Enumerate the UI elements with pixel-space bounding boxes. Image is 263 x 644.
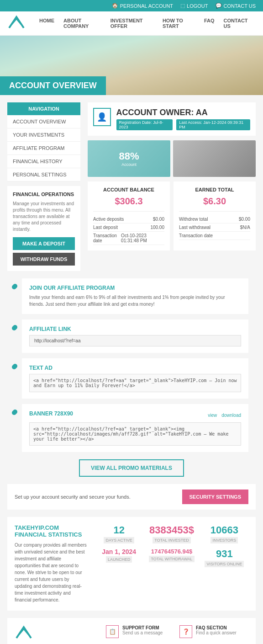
hero-banner: ACCOUNT OVERVIEW	[0, 36, 263, 95]
promo-image-1: 88% Account	[88, 140, 170, 177]
home-icon: 🏠	[112, 3, 118, 9]
earned-total-card: EARNED TOTAL $6.30 Withdrew total $0.00 …	[174, 181, 256, 250]
earned-detail-0: Withdrew total $0.00	[179, 215, 250, 224]
banner-code: <a href="http://localhost/?ref=aa" targe…	[29, 422, 241, 446]
text-ad-block: TEXT AD <a href="http://localhost/?ref=a…	[22, 358, 248, 399]
promo-image-2	[173, 140, 256, 177]
affiliate-link-section: AFFILIATE LINK http://localhost/?ref=aa	[15, 319, 248, 353]
earned-title: EARNED TOTAL	[179, 187, 250, 192]
affiliate-text: Invite your friends and earn 6% to 9% of…	[29, 294, 241, 308]
footer-left: Our knowledge in the security and smart …	[15, 625, 97, 644]
stat-days-active: 12 DAYS ACTIVE	[95, 524, 143, 543]
promo-images: 88% Account	[88, 140, 256, 177]
banner-download-link[interactable]: download	[221, 413, 241, 418]
contact-grid: 📋 SUPPORT FORM Send us a message ❓ FAQ S…	[106, 625, 248, 644]
main-nav: HOME ABOUT COMPANY INVESTMENT OFFER HOW …	[0, 11, 263, 36]
text-ad-title: TEXT AD	[29, 365, 241, 371]
promo-section: VIEW ALL PROMO MATERIALS	[7, 459, 256, 477]
affiliate-link-title: AFFILIATE LINK	[29, 326, 241, 332]
balance-row: ACCOUNT BALANCE $306.3 Active deposits $…	[88, 181, 256, 250]
stats-left: TAKEHYIP.COM FINANCIAL STATISTICS Our co…	[15, 524, 88, 603]
affiliate-block: JOIN OUR AFFILIATE PROGRAM Invite your f…	[22, 278, 248, 314]
reg-date-badge: Registration Date: Jul-8-2023	[116, 119, 173, 130]
financial-ops-title: FINANCIAL OPERATIONS	[13, 192, 75, 197]
faq-icon: ❓	[179, 625, 192, 638]
account-owner-info: ACCOUNT OWNER: AA Registration Date: Jul…	[116, 108, 250, 130]
nav-investment[interactable]: INVESTMENT OFFER	[106, 11, 158, 35]
stat-total-invested: 8383453$ TOTAL INVESTED	[147, 524, 195, 543]
view-promo-button[interactable]: VIEW ALL PROMO MATERIALS	[79, 459, 184, 477]
nav-contact[interactable]: CONTACT US	[219, 11, 256, 35]
sidebar-item-affiliate-program[interactable]: AFFILIATE PROGRAM	[7, 142, 80, 155]
sidebar-item-personal-settings[interactable]: PERSONAL SETTINGS	[7, 168, 80, 181]
stats-grid: 12 DAYS ACTIVE 8383453$ TOTAL INVESTED 1…	[95, 524, 248, 567]
contact-link[interactable]: 💬 CONTACT US	[216, 3, 256, 9]
stat-launched: Jan 1, 2024 LAUNCHED	[95, 548, 143, 567]
personal-account-link[interactable]: 🏠 PERSONAL ACCOUNT	[112, 3, 173, 9]
banner-block: BANNER 728X90 view download <a href="htt…	[22, 404, 248, 452]
sidebar-nav: ACCOUNT OVERVIEW YOUR INVESTMENTS AFFILI…	[7, 115, 80, 181]
nav-how-to-start[interactable]: HOW TO START	[158, 11, 200, 35]
affiliate-link-value[interactable]: http://localhost/?ref=aa	[29, 335, 241, 346]
balance-details: Active deposits $0.00 Last deposit 100.0…	[93, 211, 164, 245]
affiliate-link-block: AFFILIATE LINK http://localhost/?ref=aa	[22, 319, 248, 353]
earned-detail-2: Transaction date	[179, 232, 250, 240]
financial-operations: FINANCIAL OPERATIONS Manage your investm…	[7, 186, 80, 271]
contact-support: 📋 SUPPORT FORM Send us a message	[106, 625, 175, 644]
logo	[7, 15, 26, 32]
stat-visitors-online: 931 VISITORS ONLINE	[200, 548, 248, 567]
banner-links: view download	[208, 413, 241, 418]
earned-amount: $6.30	[179, 196, 250, 207]
security-text: Set up your account security and secure …	[15, 494, 131, 500]
stats-description: Our company provides all members with un…	[15, 542, 88, 603]
balance-title: ACCOUNT BALANCE	[93, 187, 164, 192]
footer-info: Our knowledge in the security and smart …	[7, 618, 256, 644]
banner-view-link[interactable]: view	[208, 413, 217, 418]
account-meta: Registration Date: Jul-8-2023 Last Acces…	[116, 119, 250, 130]
sidebar: NAVIGATION ACCOUNT OVERVIEW YOUR INVESTM…	[7, 102, 80, 271]
affiliate-section: JOIN OUR AFFILIATE PROGRAM Invite your f…	[15, 278, 248, 314]
footer-logo	[15, 625, 97, 642]
nav-about[interactable]: ABOUT COMPANY	[59, 11, 106, 35]
balance-detail-1: Last deposit 100.00	[93, 224, 164, 232]
account-owner-box: 👤 ACCOUNT OWNER: AA Registration Date: J…	[88, 102, 256, 136]
hero-title-box: ACCOUNT OVERVIEW	[0, 76, 106, 95]
sidebar-item-financial-history[interactable]: FINANCIAL HISTORY	[7, 155, 80, 168]
sidebar-item-your-investments[interactable]: YOUR INVESTMENTS	[7, 128, 80, 142]
balance-detail-2: Transaction date Oct-10-2023 01:31:48 PM	[93, 232, 164, 245]
balance-detail-0: Active deposits $0.00	[93, 215, 164, 224]
sidebar-item-account-overview[interactable]: ACCOUNT OVERVIEW	[7, 115, 80, 128]
make-deposit-button[interactable]: MAKE A DEPOSIT	[13, 237, 75, 250]
logout-link[interactable]: ⬚ LOGOUT	[180, 3, 208, 9]
top-bar: 🏠 PERSONAL ACCOUNT ⬚ LOGOUT 💬 CONTACT US	[0, 0, 263, 11]
text-ad-value: <a href="http://localhost/?ref=aa" targe…	[29, 374, 241, 392]
financial-ops-text: Manage your investments and profits thro…	[13, 201, 75, 233]
earned-details: Withdrew total $0.00 Last withdrawal $N/…	[179, 211, 250, 240]
page-title: ACCOUNT OVERVIEW	[9, 81, 97, 90]
text-ad-section: TEXT AD <a href="http://localhost/?ref=a…	[15, 358, 248, 399]
stats-section: TAKEHYIP.COM FINANCIAL STATISTICS Our co…	[7, 517, 256, 611]
withdraw-funds-button[interactable]: WITHDRAW FUNDS	[13, 253, 75, 266]
security-settings-button[interactable]: SECURITY SETTINGS	[182, 490, 248, 504]
banner-section: BANNER 728X90 view download <a href="htt…	[15, 404, 248, 452]
contact-icon: 💬	[216, 3, 222, 9]
account-balance-card: ACCOUNT BALANCE $306.3 Active deposits $…	[88, 181, 170, 250]
account-owner-name: ACCOUNT OWNER: AA	[116, 108, 250, 117]
account-main: 👤 ACCOUNT OWNER: AA Registration Date: J…	[88, 102, 256, 271]
stat-investors: 10663 INVESTORS	[200, 524, 248, 543]
stats-right: 12 DAYS ACTIVE 8383453$ TOTAL INVESTED 1…	[95, 524, 248, 603]
balance-amount: $306.3	[93, 196, 164, 207]
support-icon: 📋	[106, 625, 119, 638]
footer-grid: Our knowledge in the security and smart …	[15, 625, 248, 644]
security-bar: Set up your account security and secure …	[7, 484, 256, 510]
sidebar-nav-title: NAVIGATION	[7, 102, 80, 115]
last-access-badge: Last Access: Jan-12-2024 09:39:31 PM	[176, 119, 250, 130]
nav-home[interactable]: HOME	[35, 11, 59, 35]
nav-faq[interactable]: FAQ	[200, 11, 219, 35]
banner-header: BANNER 728X90 view download	[29, 410, 241, 420]
stats-title: TAKEHYIP.COM FINANCIAL STATISTICS	[15, 524, 88, 538]
affiliate-title: JOIN OUR AFFILIATE PROGRAM	[29, 285, 241, 291]
nav-links: HOME ABOUT COMPANY INVESTMENT OFFER HOW …	[35, 11, 256, 35]
earned-detail-1: Last withdrawal $N/A	[179, 224, 250, 232]
account-avatar: 👤	[93, 108, 111, 126]
